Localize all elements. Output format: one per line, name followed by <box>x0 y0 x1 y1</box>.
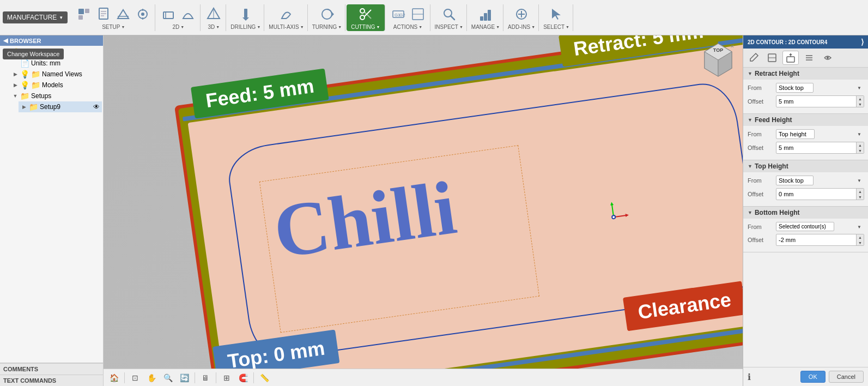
multiaxis-icon-1[interactable] <box>277 5 295 23</box>
feed-spinner-down[interactable]: ▼ <box>856 148 864 153</box>
retract-offset-label: Offset <box>748 98 774 105</box>
svg-rect-12 <box>163 12 173 19</box>
top-offset-input[interactable] <box>776 190 856 198</box>
view-cube-x[interactable]: ✕ <box>730 44 735 49</box>
text-commands-item[interactable]: TEXT COMMANDS <box>0 375 103 386</box>
actions-icon-2[interactable] <box>409 5 427 23</box>
cancel-button[interactable]: Cancel <box>829 371 864 383</box>
retract-section-header[interactable]: ▼ Retract Height <box>743 68 868 80</box>
rp-tab-tool[interactable] <box>745 51 762 65</box>
comments-item[interactable]: COMMENTS <box>0 363 103 375</box>
tree-item-setups[interactable]: ▼ 📁 Setups <box>10 91 102 101</box>
rp-tab-geometry[interactable] <box>764 51 780 65</box>
3d-icon-1[interactable] <box>205 5 222 23</box>
cutting-group-label[interactable]: CUTTING <box>351 24 380 30</box>
ok-button[interactable]: OK <box>800 371 825 383</box>
drilling-icon-1[interactable] <box>237 5 254 23</box>
rp-tab-heights[interactable] <box>782 51 799 65</box>
rp-tab-linking[interactable] <box>820 51 836 65</box>
svg-marker-38 <box>552 9 561 20</box>
tree-item-units[interactable]: 📄 Units: mm <box>10 58 102 69</box>
bottom-spinner-up[interactable]: ▲ <box>856 234 864 240</box>
toolbar-group-cutting: CUTTING <box>347 4 385 31</box>
bt-fit-icon[interactable]: ⊡ <box>128 371 142 385</box>
inspect-icon-1[interactable] <box>440 5 458 23</box>
bt-snap-icon[interactable]: 🧲 <box>236 371 250 385</box>
retract-spinner-up[interactable]: ▲ <box>856 96 864 101</box>
turning-icon-1[interactable] <box>318 5 336 23</box>
top-section-header[interactable]: ▼ Top Height <box>743 160 868 172</box>
retract-spinner-down[interactable]: ▼ <box>856 101 864 107</box>
feed-spinner-up[interactable]: ▲ <box>856 142 864 148</box>
feed-section-content: From Top height Stock top Absolute Offse… <box>743 126 868 160</box>
top-spinner-down[interactable]: ▼ <box>856 194 864 200</box>
tree-item-setup9[interactable]: ▶ 📁 Setup9 👁 <box>19 101 102 112</box>
bt-home-icon[interactable]: 🏠 <box>107 371 121 385</box>
bt-grid-icon[interactable]: ⊞ <box>220 371 234 385</box>
info-icon[interactable]: ℹ <box>748 372 751 382</box>
bt-measure-icon[interactable]: 📏 <box>257 371 271 385</box>
select-icon-1[interactable] <box>548 5 565 23</box>
top-spinner-up[interactable]: ▲ <box>856 189 864 194</box>
sidebar-content: ▼ 💡 📁 CAM Root 📄 Units: mm ▶ 💡 📁 Named V… <box>0 46 103 363</box>
2d-icons <box>160 5 197 23</box>
viewport[interactable]: Chilli <box>104 35 743 386</box>
toolbar-group-setup: SETUP <box>72 4 155 31</box>
setup-icon-1[interactable] <box>75 5 93 23</box>
retract-offset-row: Offset ▲ ▼ <box>748 95 864 107</box>
actions-group-label[interactable]: ACTIONS <box>393 24 422 30</box>
rp-expand-icon[interactable]: ⟩ <box>861 38 864 46</box>
view-cube[interactable]: TOP ✕ <box>699 41 737 79</box>
bt-pan-icon[interactable]: ✋ <box>144 371 159 385</box>
bottom-from-select[interactable]: Selected contour(s) Stock bottom Absolut… <box>776 222 834 231</box>
addins-group-label[interactable]: ADD-INS <box>508 24 535 30</box>
manage-group-label[interactable]: MANAGE <box>471 24 500 30</box>
rp-section-top: ▼ Top Height From Stock top Model top Ab… <box>743 160 868 207</box>
turning-group-label[interactable]: TURNING <box>312 24 342 30</box>
setup-icon-4[interactable] <box>134 5 151 23</box>
bt-zoom-icon[interactable]: 🔍 <box>161 371 175 385</box>
3d-group-label[interactable]: 3D <box>208 24 220 30</box>
rp-tab-passes[interactable] <box>801 51 817 65</box>
actions-icon-1[interactable]: G1G2 <box>390 5 407 23</box>
feed-from-select[interactable]: Top height Stock top Absolute <box>776 129 815 139</box>
multiaxis-group-label[interactable]: MULTI-AXIS <box>269 24 304 30</box>
tree-item-named-views[interactable]: ▶ 💡 📁 Named Views <box>10 69 102 80</box>
select-group-label[interactable]: SELECT <box>543 24 569 30</box>
top-arrow-icon: ▼ <box>748 164 752 169</box>
addins-icon-1[interactable] <box>513 5 530 23</box>
manage-icon-1[interactable] <box>477 5 494 23</box>
svg-rect-52 <box>787 57 794 62</box>
setup-icon-3[interactable] <box>114 5 132 23</box>
svg-line-31 <box>451 16 454 20</box>
drilling-group-label[interactable]: DRILLING <box>230 24 260 30</box>
svg-marker-42 <box>626 213 629 217</box>
svg-rect-0 <box>78 9 84 14</box>
workspace-label: MANUFACTURE <box>7 14 57 21</box>
inspect-group-label[interactable]: INSPECT <box>435 24 463 30</box>
retract-from-select[interactable]: Stock top Model top Absolute <box>776 83 814 93</box>
setup-icons <box>75 5 151 23</box>
retract-offset-input[interactable] <box>776 97 856 106</box>
retract-offset-spinner: ▲ ▼ <box>856 96 864 107</box>
bt-view-icon[interactable]: 🖥 <box>198 371 213 385</box>
bt-orbit-icon[interactable]: 🔄 <box>177 371 191 385</box>
setup9-eye-icon: 👁 <box>93 103 100 111</box>
feed-section-header[interactable]: ▼ Feed Height <box>743 114 868 126</box>
rp-section-feed: ▼ Feed Height From Top height Stock top … <box>743 114 868 160</box>
setup-icon-2[interactable] <box>95 5 112 23</box>
setup-group-label[interactable]: SETUP <box>102 24 125 30</box>
2d-icon-2[interactable] <box>179 5 197 23</box>
feed-from-row: From Top height Stock top Absolute <box>748 129 864 139</box>
top-from-select[interactable]: Stock top Model top Absolute <box>776 176 814 185</box>
2d-icon-1[interactable] <box>160 5 177 23</box>
feed-offset-input[interactable] <box>776 143 856 152</box>
2d-group-label[interactable]: 2D <box>172 24 184 30</box>
bottom-offset-input[interactable] <box>776 236 856 244</box>
bottom-spinner-down[interactable]: ▼ <box>856 240 864 245</box>
tree-item-models[interactable]: ▶ 💡 📁 Models <box>10 80 102 91</box>
cutting-icon-1[interactable] <box>357 5 374 23</box>
toolbar-group-3d: 3D <box>202 4 226 31</box>
bottom-section-header[interactable]: ▼ Bottom Height <box>743 207 868 219</box>
workspace-selector[interactable]: MANUFACTURE Change Workspace <box>3 11 68 23</box>
